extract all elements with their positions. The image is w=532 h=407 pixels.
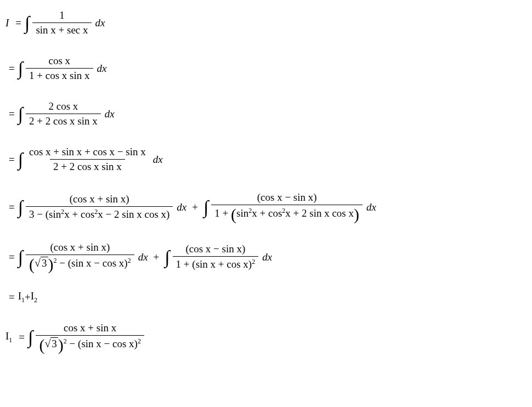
dx: dx <box>138 251 148 263</box>
integral-icon: ∫ <box>18 150 23 169</box>
fraction: cos x + sin x (√3)2 − (sin x − cos x)2 <box>36 321 144 354</box>
numerator: (cos x − sin x) <box>182 242 248 256</box>
plus: + <box>192 201 198 213</box>
dx: dx <box>97 63 107 75</box>
dx: dx <box>105 108 115 120</box>
lhs: I <box>5 17 9 29</box>
equation-line-4: = ∫ cos x + sin x + cos x − sin x 2 + 2 … <box>5 145 527 174</box>
numerator: (cos x − sin x) <box>254 190 320 205</box>
dx: dx <box>95 17 105 29</box>
plus: + <box>154 251 160 263</box>
integral-icon: ∫ <box>165 248 169 267</box>
integral-icon: ∫ <box>18 59 23 78</box>
equals: = <box>9 63 15 75</box>
dx: dx <box>366 201 376 213</box>
integral-icon: ∫ <box>25 14 30 32</box>
numerator: cos x + sin x <box>60 321 120 335</box>
dx: dx <box>153 154 163 166</box>
numerator: (cos x + sin x) <box>66 192 133 206</box>
dx: dx <box>177 201 186 213</box>
denominator: 1 + cos x sin x <box>26 68 93 83</box>
numerator: 2 cos x <box>45 99 81 114</box>
dx: dx <box>262 251 272 263</box>
equation-line-2: = ∫ cos x 1 + cos x sin x dx <box>5 54 527 83</box>
lhs: I1 <box>5 330 12 344</box>
equation-line-5: = ∫ (cos x + sin x) 3 − (sin2x + cos2x −… <box>5 190 527 224</box>
plus: + <box>25 291 31 303</box>
equals: = <box>9 251 15 263</box>
fraction: 1 sin x + sec x <box>32 8 91 37</box>
equation-line-1: I = ∫ 1 sin x + sec x dx <box>5 8 527 37</box>
equals: = <box>9 154 15 166</box>
denominator: 1 + (sin x + cos x)2 <box>173 256 259 272</box>
equation-line-7: = I1 + I2 <box>5 290 527 304</box>
numerator: (cos x + sin x) <box>47 240 113 255</box>
integral-icon: ∫ <box>28 328 33 347</box>
fraction: cos x + sin x + cos x − sin x 2 + 2 cos … <box>26 145 149 174</box>
numerator: cos x + sin x + cos x − sin x <box>26 145 149 159</box>
fraction-b: (cos x − sin x) 1 + (sin2x + cos2x + 2 s… <box>211 190 363 224</box>
equals: = <box>9 108 15 120</box>
denominator: (√3)2 − (sin x − cos x)2 <box>26 255 134 274</box>
fraction-b: (cos x − sin x) 1 + (sin x + cos x)2 <box>173 242 259 272</box>
equals: = <box>19 331 25 343</box>
fraction-a: (cos x + sin x) (√3)2 − (sin x − cos x)2 <box>26 240 134 274</box>
denominator: 1 + (sin2x + cos2x + 2 sin x cos x) <box>211 205 363 224</box>
equation-line-3: = ∫ 2 cos x 2 + 2 cos x sin x dx <box>5 99 527 128</box>
equation-line-8: I1 = ∫ cos x + sin x (√3)2 − (sin x − co… <box>5 321 527 354</box>
i2: I2 <box>31 290 37 304</box>
equals: = <box>9 201 15 213</box>
sqrt-icon: √3 <box>35 257 48 269</box>
fraction-a: (cos x + sin x) 3 − (sin2x + cos2x − 2 s… <box>26 192 173 222</box>
equals: = <box>15 17 21 29</box>
fraction: 2 cos x 2 + 2 cos x sin x <box>26 99 101 128</box>
numerator: cos x <box>45 54 73 68</box>
integral-icon: ∫ <box>18 105 23 123</box>
fraction: cos x 1 + cos x sin x <box>26 54 93 83</box>
denominator: sin x + sec x <box>32 22 91 37</box>
equals: = <box>9 291 15 303</box>
integral-icon: ∫ <box>18 198 23 217</box>
integral-icon: ∫ <box>18 248 23 267</box>
numerator: 1 <box>56 8 68 22</box>
equation-line-6: = ∫ (cos x + sin x) (√3)2 − (sin x − cos… <box>5 240 527 274</box>
integral-icon: ∫ <box>203 198 208 217</box>
i1: I1 <box>18 290 25 304</box>
sqrt-icon: √3 <box>44 337 58 350</box>
denominator: 3 − (sin2x + cos2x − 2 sin x cos x) <box>26 206 173 222</box>
denominator: (√3)2 − (sin x − cos x)2 <box>36 335 144 354</box>
denominator: 2 + 2 cos x sin x <box>50 159 125 174</box>
denominator: 2 + 2 cos x sin x <box>26 114 101 128</box>
